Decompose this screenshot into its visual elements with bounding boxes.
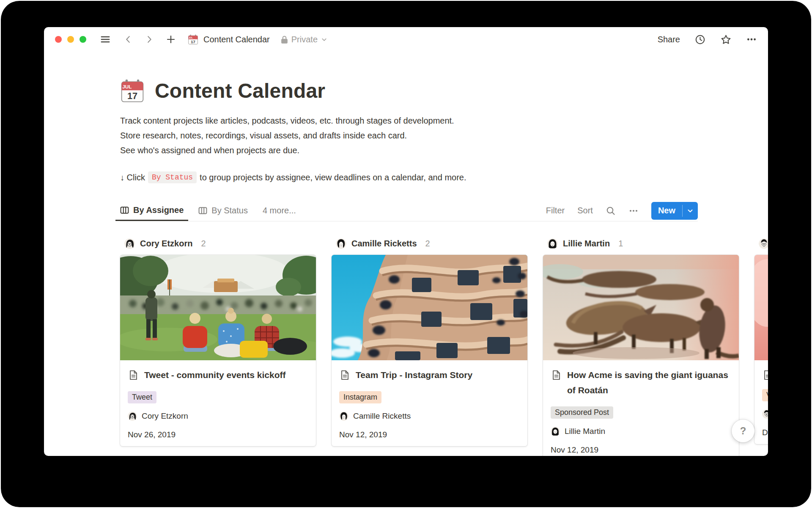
- column-header: Camille Ricketts 2: [332, 235, 527, 251]
- avatar: [128, 411, 137, 421]
- card-assignee: Cory Etzkorn: [128, 411, 308, 421]
- more-options-icon[interactable]: [746, 34, 757, 45]
- card-cover-festival-crowd: [120, 255, 316, 360]
- tab-by-status[interactable]: By Status: [194, 200, 252, 221]
- card-cover-pink: [754, 255, 768, 360]
- card-assignee: Lillie Martin: [551, 427, 731, 436]
- updates-clock-icon[interactable]: [694, 34, 706, 45]
- board-view-icon: [120, 206, 129, 215]
- card-date: Nov 12, 2019: [551, 445, 731, 455]
- board-column-lillie-martin: Lillie Martin 1: [543, 235, 739, 456]
- svg-text:17: 17: [191, 39, 195, 44]
- card-partial[interactable]: V D: [754, 255, 768, 444]
- page-title: Content Calendar: [155, 79, 325, 103]
- search-icon[interactable]: [606, 206, 616, 216]
- back-icon[interactable]: [123, 35, 133, 44]
- page-calendar-icon: JUL 17: [188, 34, 198, 45]
- svg-text:JUL: JUL: [189, 36, 193, 39]
- tab-more-views[interactable]: 4 more...: [258, 206, 301, 215]
- forward-icon[interactable]: [145, 35, 154, 44]
- board-by-assignee: Cory Etzkorn 2: [44, 235, 768, 456]
- minimize-window-button[interactable]: [67, 36, 74, 43]
- card-title-row: Team Trip - Instagram Story: [339, 367, 520, 383]
- new-button[interactable]: New: [651, 202, 682, 220]
- board-column-camille-ricketts: Camille Ricketts 2: [332, 235, 527, 456]
- tab-label: By Status: [211, 206, 248, 215]
- tag-partial: V: [762, 389, 768, 401]
- privacy-label: Private: [291, 35, 318, 44]
- assignee-name: Lillie Martin: [565, 427, 605, 436]
- card-title: How Acme is saving the giant iguanas of …: [567, 367, 731, 398]
- new-button-caret[interactable]: [683, 202, 698, 220]
- titlebar-actions: Share: [658, 34, 757, 45]
- breadcrumb-page-title: Content Calendar: [203, 35, 270, 44]
- description-line: Track content projects like articles, po…: [120, 113, 768, 128]
- view-controls: Filter Sort New: [546, 202, 698, 220]
- assignee-name: Cory Etzkorn: [142, 411, 188, 421]
- svg-text:JUL: JUL: [122, 84, 132, 89]
- column-header: Cory Etzkorn 2: [120, 235, 316, 251]
- tab-by-assignee[interactable]: By Assignee: [115, 200, 188, 221]
- column-count: 2: [201, 239, 206, 248]
- sidebar-menu-icon[interactable]: [100, 34, 111, 45]
- new-button-group: New: [651, 202, 698, 220]
- filter-button[interactable]: Filter: [546, 206, 565, 215]
- card-body: V D: [754, 360, 768, 444]
- card-title-row: [762, 367, 768, 381]
- document-icon: [128, 370, 139, 381]
- document-icon: [339, 370, 350, 381]
- description-line: See who's assigned and when projects are…: [120, 143, 768, 158]
- window-titlebar: JUL 17 Content Calendar Private Share: [44, 27, 768, 52]
- board-column-partial: V D: [754, 235, 768, 456]
- close-window-button[interactable]: [55, 36, 62, 43]
- document-icon: [762, 370, 768, 381]
- view-tabs: By Assignee By Status 4 more...: [115, 200, 301, 221]
- card-body: Team Trip - Instagram Story Instagram Ca…: [332, 360, 527, 446]
- description-line: Store research, notes, recordings, visua…: [120, 128, 768, 143]
- document-icon: [551, 370, 562, 381]
- column-name: Cory Etzkorn: [140, 239, 192, 248]
- history-nav: [123, 34, 176, 44]
- card-title-row: How Acme is saving the giant iguanas of …: [551, 367, 731, 398]
- hint-line: ↓ Click By Status to group projects by a…: [120, 171, 768, 183]
- tab-label: By Assignee: [133, 205, 184, 215]
- view-options-ellipsis-icon[interactable]: [628, 206, 639, 216]
- page-description: Track content projects like articles, po…: [120, 113, 768, 158]
- column-name: Lillie Martin: [563, 239, 610, 248]
- tag-sponsored-post: Sponsored Post: [551, 406, 613, 419]
- traffic-lights: [55, 36, 86, 43]
- card-date: D: [762, 428, 768, 437]
- card-title: Tweet - community events kickoff: [144, 367, 286, 383]
- column-header: Lillie Martin 1: [543, 235, 739, 251]
- svg-text:17: 17: [127, 91, 137, 101]
- new-page-icon[interactable]: [166, 34, 176, 44]
- avatar: [759, 238, 768, 249]
- breadcrumb[interactable]: JUL 17 Content Calendar: [188, 34, 270, 45]
- share-button[interactable]: Share: [658, 35, 680, 44]
- card-iguanas-roatan[interactable]: How Acme is saving the giant iguanas of …: [543, 255, 739, 456]
- card-title: Team Trip - Instagram Story: [356, 367, 472, 383]
- privacy-dropdown[interactable]: Private: [281, 35, 327, 44]
- zoom-window-button[interactable]: [80, 36, 86, 43]
- favorite-star-icon[interactable]: [720, 34, 732, 45]
- hint-prefix: ↓ Click: [120, 173, 145, 182]
- avatar: [124, 238, 135, 249]
- column-header: [754, 235, 768, 251]
- card-team-trip-instagram-story[interactable]: Team Trip - Instagram Story Instagram Ca…: [332, 255, 527, 446]
- notion-window: JUL 17 Content Calendar Private Share: [44, 27, 768, 456]
- tag-tweet: Tweet: [128, 391, 156, 403]
- avatar: [551, 427, 560, 436]
- avatar: [339, 411, 348, 421]
- chevron-down-icon: [321, 36, 327, 43]
- card-date: Nov 12, 2019: [339, 430, 520, 439]
- column-name: Camille Ricketts: [351, 239, 417, 248]
- avatar: [547, 238, 558, 249]
- card-assignee: [762, 409, 768, 419]
- help-button[interactable]: ?: [732, 420, 754, 442]
- card-title-row: Tweet - community events kickoff: [128, 367, 308, 383]
- sort-button[interactable]: Sort: [577, 206, 593, 215]
- card-assignee: Camille Ricketts: [339, 411, 520, 421]
- card-tweet-community-events[interactable]: Tweet - community events kickoff Tweet C…: [120, 255, 316, 446]
- card-cover-iguanas: [543, 255, 739, 360]
- card-cover-casa-mila: [332, 255, 527, 360]
